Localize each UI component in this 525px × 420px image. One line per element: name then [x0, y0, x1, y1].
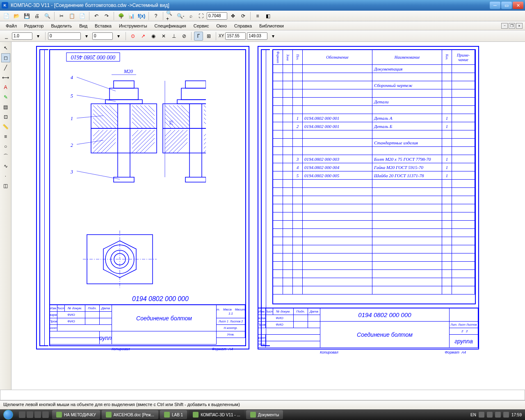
separator: [89, 12, 89, 20]
snap-tangent-button[interactable]: ⊘: [180, 32, 189, 41]
app-icon: K: [2, 2, 8, 9]
properties-toolbar: ⎯ ▾ ▾ ▾ ⊙ ↗ ◉ ✕ ⊥ ⊘ Γ ⊞ XY ▾: [0, 30, 525, 42]
zoom-out-button[interactable]: 🔍-: [176, 11, 185, 21]
stepper[interactable]: ▾: [82, 32, 91, 41]
help-button[interactable]: ?: [151, 11, 160, 21]
menu-select[interactable]: Выделить: [48, 23, 75, 29]
snap-intersect-button[interactable]: ✕: [159, 32, 168, 41]
minimize-button[interactable]: ─: [490, 2, 500, 9]
style-button[interactable]: ⎯: [2, 32, 11, 41]
menu-help[interactable]: Справка: [231, 23, 255, 29]
snap-center-button[interactable]: ◉: [149, 32, 158, 41]
pan-button[interactable]: ✥: [228, 11, 237, 21]
print-button[interactable]: 🖨: [32, 11, 41, 21]
menu-edit[interactable]: Редактор: [21, 23, 47, 29]
snap-mid-button[interactable]: ↗: [139, 32, 148, 41]
mdi-restore-button[interactable]: ❐: [509, 23, 515, 29]
coord-x-input[interactable]: [225, 32, 246, 40]
value-input-2[interactable]: [92, 32, 113, 40]
menu-bar: Файл Редактор Выделить Вид Вставка Инстр…: [0, 21, 525, 30]
views-button[interactable]: ◧: [263, 11, 272, 21]
stepper[interactable]: ▾: [114, 32, 123, 41]
refresh-button[interactable]: ⟳: [239, 11, 248, 21]
stepper[interactable]: ▾: [34, 32, 43, 41]
separator: [148, 12, 149, 20]
menu-libraries[interactable]: Библиотеки: [256, 23, 287, 29]
menu-service[interactable]: Сервис: [190, 23, 212, 29]
zoom-fit-button[interactable]: ⛶: [196, 11, 205, 21]
menu-file[interactable]: Файл: [2, 23, 20, 29]
separator: [250, 12, 251, 20]
separator: [54, 12, 55, 20]
snap-perp-button[interactable]: ⊥: [169, 32, 178, 41]
mdi-minimize-button[interactable]: －: [501, 23, 508, 29]
stepper[interactable]: ▾: [269, 32, 278, 41]
zoom-input[interactable]: [207, 12, 227, 20]
menu-insert[interactable]: Вставка: [91, 23, 115, 29]
mdi-close-button[interactable]: ×: [516, 23, 523, 29]
menu-view[interactable]: Вид: [76, 23, 91, 29]
title-bar: K КОМПАС-3D V11 - [Соединение болтомгото…: [0, 0, 525, 11]
variables-button[interactable]: f(x): [137, 11, 146, 21]
zoom-in-button[interactable]: 🔍+: [166, 11, 175, 21]
standard-toolbar: 📄 📂 💾 🖨 🔍 ✂ 📋 📄 ↶ ↷ 🌳 📊 f(x) ? 🔍+ 🔍- ⌕ ⛶…: [0, 11, 525, 21]
redo-button[interactable]: ↷: [102, 11, 111, 21]
open-button[interactable]: 📂: [12, 11, 21, 21]
separator: [163, 12, 163, 20]
layers-button[interactable]: ≡: [253, 11, 262, 21]
ortho-button[interactable]: Γ: [194, 32, 203, 41]
copy-button[interactable]: 📋: [67, 11, 76, 21]
menu-tools[interactable]: Инструменты: [116, 23, 151, 29]
zoom-window-button[interactable]: ⌕: [186, 11, 195, 21]
paste-button[interactable]: 📄: [78, 11, 87, 21]
separator: [216, 32, 216, 40]
coord-y-input[interactable]: [247, 32, 267, 40]
tree-button[interactable]: 🌳: [116, 11, 126, 21]
separator: [45, 32, 46, 40]
window-title: КОМПАС-3D V11 - [Соединение болтомготово…: [11, 2, 490, 8]
separator: [114, 12, 114, 20]
coord-label: XY: [219, 34, 224, 38]
new-button[interactable]: 📄: [2, 11, 11, 21]
value-input-1[interactable]: [48, 32, 81, 40]
separator: [191, 32, 192, 40]
separator: [126, 32, 126, 40]
cut-button[interactable]: ✂: [57, 11, 66, 21]
lineweight-input[interactable]: [12, 32, 32, 40]
close-button[interactable]: ✕: [513, 2, 523, 9]
menu-spec[interactable]: Спецификация: [151, 23, 189, 29]
save-button[interactable]: 💾: [22, 11, 31, 21]
maximize-button[interactable]: ▭: [501, 2, 512, 9]
snap-end-button[interactable]: ⊙: [128, 32, 137, 41]
grid-button[interactable]: ⊞: [204, 32, 213, 41]
properties-button[interactable]: 📊: [127, 11, 136, 21]
preview-button[interactable]: 🔍: [43, 11, 52, 21]
menu-window[interactable]: Окно: [213, 23, 230, 29]
undo-button[interactable]: ↶: [92, 11, 101, 21]
